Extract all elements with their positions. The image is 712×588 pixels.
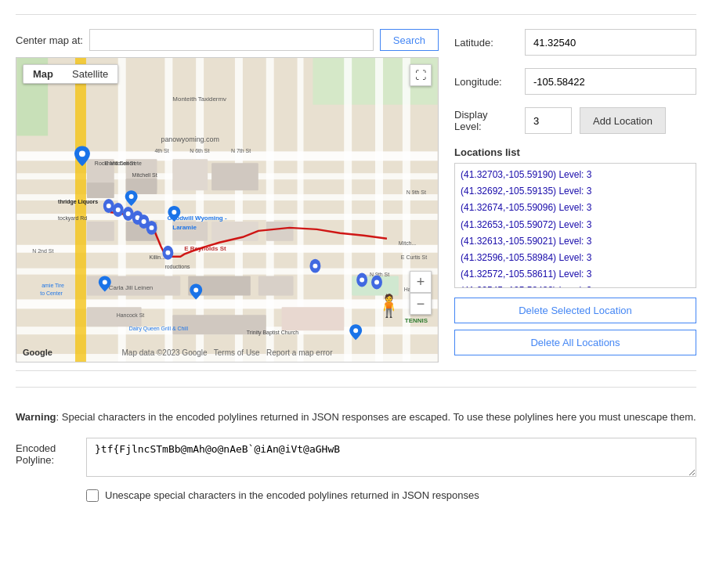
map-button[interactable]: Map xyxy=(23,65,63,83)
add-location-button[interactable]: Add Location xyxy=(580,107,666,134)
svg-text:amie Tire: amie Tire xyxy=(42,283,64,288)
svg-text:Mitchell St: Mitchell St xyxy=(132,172,157,178)
svg-text:Laramie: Laramie xyxy=(172,224,197,231)
list-item[interactable]: (41.32596,-105.58984) Level: 3 xyxy=(458,250,692,266)
map-container: panowyoming.com Monteith Taxidermv E Mit… xyxy=(16,57,439,363)
unescape-checkbox[interactable] xyxy=(86,489,99,502)
svg-point-90 xyxy=(193,287,198,292)
svg-text:to Center: to Center xyxy=(40,290,63,296)
svg-point-92 xyxy=(353,328,358,333)
svg-rect-12 xyxy=(75,58,86,362)
unescape-label: Unescape special characters in the encod… xyxy=(105,489,479,501)
svg-rect-19 xyxy=(344,58,352,362)
satellite-button[interactable]: Satellite xyxy=(63,65,117,83)
svg-text:N 9th St: N 9th St xyxy=(407,189,426,195)
svg-text:Rockhard Concrete: Rockhard Concrete xyxy=(95,161,142,166)
google-logo: Google xyxy=(23,348,52,357)
list-item[interactable]: (41.32674,-105.59096) Level: 3 xyxy=(458,200,692,216)
search-button[interactable]: Search xyxy=(380,29,439,51)
bottom-section: Warning: Special characters in the encod… xyxy=(16,394,696,510)
svg-text:Trinity Baptist Church: Trinity Baptist Church xyxy=(247,330,298,336)
encoded-label: Encoded Polyline: xyxy=(16,438,78,466)
latitude-label: Latitude: xyxy=(454,37,517,49)
svg-rect-17 xyxy=(266,58,274,362)
svg-point-87 xyxy=(79,150,85,157)
delete-selected-button[interactable]: Delete Selected Location xyxy=(454,298,696,323)
zoom-controls: + − xyxy=(410,271,432,315)
svg-text:thridge Liquors: thridge Liquors xyxy=(58,199,98,205)
svg-text:E Curtis St: E Curtis St xyxy=(401,254,427,260)
svg-point-91 xyxy=(103,280,107,285)
list-item[interactable]: (41.32703,-105.59190) Level: 3 xyxy=(458,167,692,183)
svg-text:N 7th St: N 7th St xyxy=(231,148,251,153)
list-item[interactable]: (41.32692,-105.59135) Level: 3 xyxy=(458,183,692,200)
svg-point-70 xyxy=(116,207,121,212)
svg-rect-21 xyxy=(403,58,410,362)
action-buttons: Delete Selected Location Delete All Loca… xyxy=(454,298,696,355)
display-level-label: Display Level: xyxy=(454,109,517,132)
svg-point-82 xyxy=(313,264,317,269)
display-level-input[interactable] xyxy=(525,107,572,134)
list-item[interactable]: (41.32653,-105.59072) Level: 3 xyxy=(458,217,692,233)
svg-text:TENNIS: TENNIS xyxy=(405,317,428,324)
svg-text:Dairy Queen Grill & Chill: Dairy Queen Grill & Chill xyxy=(129,326,189,332)
svg-point-72 xyxy=(126,211,131,216)
delete-all-button[interactable]: Delete All Locations xyxy=(454,330,696,355)
fullscreen-button[interactable]: ⛶ xyxy=(410,64,432,86)
svg-point-84 xyxy=(360,278,364,283)
svg-text:Carla Jill Leinen: Carla Jill Leinen xyxy=(109,284,153,291)
svg-text:Hancock St: Hancock St xyxy=(117,312,145,318)
longitude-input[interactable] xyxy=(525,68,696,95)
svg-text:tockyard Rd: tockyard Rd xyxy=(58,215,87,222)
list-item[interactable]: (41.32572,-105.58611) Level: 3 xyxy=(458,266,692,283)
controls-section: Latitude: Longitude: Display Level: Add … xyxy=(454,29,696,363)
svg-text:Monteith Taxidermv: Monteith Taxidermv xyxy=(172,96,226,103)
latitude-input[interactable] xyxy=(525,29,696,56)
encoded-polyline-textarea[interactable]: }tf{FjlncSTmBb@mAh@o@nAeB`@iAn@iVt@aGHwB xyxy=(86,438,696,477)
svg-text:Mitch...: Mitch... xyxy=(399,240,416,246)
zoom-in-button[interactable]: + xyxy=(410,271,432,293)
map-type-buttons: Map Satellite xyxy=(23,64,118,84)
svg-rect-28 xyxy=(87,222,114,241)
svg-rect-32 xyxy=(266,222,294,241)
svg-text:4th St: 4th St xyxy=(154,148,168,153)
zoom-out-button[interactable]: − xyxy=(410,293,432,315)
svg-point-89 xyxy=(172,210,176,215)
svg-text:N 2nd St: N 2nd St xyxy=(32,248,53,254)
svg-text:panowyoming.com: panowyoming.com xyxy=(161,135,219,143)
svg-text:N 6th St: N 6th St xyxy=(190,148,209,153)
svg-text:roductions: roductions xyxy=(164,264,190,269)
svg-rect-35 xyxy=(258,276,294,296)
svg-point-76 xyxy=(142,219,146,224)
svg-rect-38 xyxy=(282,307,345,330)
svg-text:N 9th St: N 9th St xyxy=(370,272,389,277)
warning-bold: Warning xyxy=(16,411,56,423)
svg-point-78 xyxy=(150,225,154,230)
svg-rect-25 xyxy=(172,159,208,190)
center-map-input[interactable] xyxy=(89,29,374,51)
svg-point-86 xyxy=(374,280,379,285)
locations-list-box[interactable]: (41.32703,-105.59190) Level: 3 (41.32692… xyxy=(454,163,696,288)
pegman-icon[interactable]: 🧍 xyxy=(375,293,403,319)
warning-text: Warning: Special characters in the encod… xyxy=(16,409,696,425)
center-map-label: Center map at: xyxy=(16,34,83,46)
warning-detail: : Special characters in the encoded poly… xyxy=(56,411,696,423)
list-item[interactable]: (41.32613,-105.59021) Level: 3 xyxy=(458,233,692,250)
svg-rect-23 xyxy=(87,182,114,198)
locations-list-section: Locations list (41.32703,-105.59190) Lev… xyxy=(454,146,696,288)
list-item[interactable]: (41.32545,-105.58482) Level: 3 xyxy=(458,283,692,288)
svg-point-68 xyxy=(107,204,111,208)
svg-rect-26 xyxy=(211,163,258,190)
map-attribution: Map data ©2023 Google Terms of Use Repor… xyxy=(122,348,333,357)
svg-point-80 xyxy=(165,251,170,255)
svg-point-88 xyxy=(129,194,134,199)
longitude-label: Longitude: xyxy=(454,76,517,88)
locations-list-label: Locations list xyxy=(454,146,696,158)
